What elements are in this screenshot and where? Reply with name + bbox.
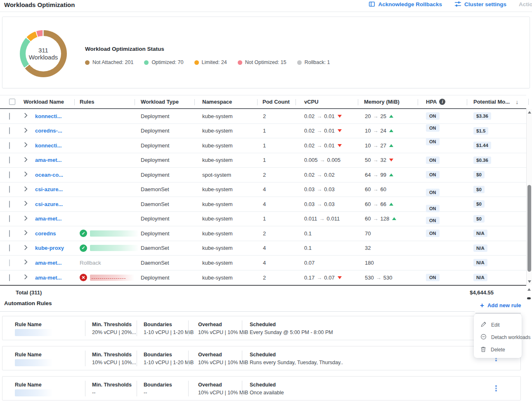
acknowledge-rollbacks-button[interactable]: Acknowledge Rollbacks — [369, 1, 442, 7]
column-pod-count[interactable]: Pod Count — [257, 95, 296, 108]
hpa-cell: ON — [418, 230, 467, 237]
chevron-right-icon[interactable] — [24, 128, 28, 134]
scheduled-field: ScheduledOnce available — [242, 377, 520, 400]
chevron-right-icon[interactable] — [24, 186, 28, 193]
menu-item-edit[interactable]: Edit — [480, 319, 500, 331]
select-all-checkbox[interactable] — [9, 99, 15, 105]
row-checkbox[interactable] — [9, 113, 10, 120]
actions-button[interactable]: Action — [519, 1, 532, 7]
add-new-rule-button[interactable]: + Add new rule — [480, 302, 521, 309]
chevron-right-icon[interactable] — [24, 216, 28, 222]
metric-arrow-icon: → — [314, 275, 324, 281]
min-thresholds-field-label: Min. Thresholds — [92, 352, 137, 358]
row-checkbox[interactable] — [9, 230, 10, 237]
workload-name-link[interactable]: csi-azure... — [31, 201, 74, 207]
min-thresholds-field: Min. Thresholds20% vCPU | 20%... — [85, 316, 137, 340]
workload-name-link[interactable]: ama-met... — [31, 216, 74, 222]
menu-item-detach-workloads[interactable]: Detach workloads — [480, 331, 530, 344]
metric-arrow-icon: → — [371, 157, 380, 163]
column-workload-name[interactable]: Workload Name — [19, 95, 74, 108]
cluster-settings-button[interactable]: Cluster settings — [454, 1, 506, 7]
table-scrollbar[interactable] — [526, 109, 532, 285]
workload-type-cell: Deployment — [135, 230, 194, 237]
page-scrollbar[interactable] — [526, 287, 532, 301]
trend-up-icon — [389, 173, 393, 176]
min-thresholds-field-label: Min. Thresholds — [92, 382, 137, 388]
row-checkbox[interactable] — [9, 201, 10, 208]
chevron-right-icon[interactable] — [24, 259, 28, 266]
legend-item-not-optimized: Not Optimized: 15 — [238, 59, 286, 65]
cluster-settings-icon — [454, 1, 461, 7]
workload-name-link[interactable]: ocean-co... — [31, 172, 74, 178]
table-row: konnecti...Deploymentkube-system20.02→0.… — [0, 109, 526, 124]
legend-label: Not Optimized: 15 — [245, 59, 286, 65]
row-checkbox[interactable] — [9, 127, 10, 134]
pod-count-cell: 1 — [257, 128, 296, 134]
workload-name-link[interactable]: ama-met... — [31, 275, 74, 281]
metric-target: 27 — [380, 142, 386, 149]
chevron-right-icon[interactable] — [24, 245, 28, 251]
row-checkbox[interactable] — [9, 171, 10, 178]
vcpu-cell: 0.03→0.03 — [296, 201, 358, 207]
rule-name-redacted — [90, 275, 135, 281]
vcpu-cell: 0.02→0.02 — [296, 172, 358, 178]
trend-down-icon — [389, 159, 393, 161]
page-scroll-up-arrow-icon[interactable] — [527, 288, 531, 291]
chevron-right-icon[interactable] — [24, 201, 28, 207]
column-hpa[interactable]: HPA i — [418, 95, 467, 108]
workload-name-link[interactable]: konnecti... — [31, 142, 74, 149]
chevron-right-icon[interactable] — [24, 142, 28, 149]
row-checkbox[interactable] — [9, 142, 10, 149]
workload-name-link[interactable]: kube-proxy — [31, 245, 74, 251]
min-thresholds-field: Min. Thresholds10% vCPU | 10%... — [85, 346, 137, 370]
workload-name-link[interactable]: coredns — [31, 230, 74, 237]
scroll-down-arrow-icon[interactable] — [528, 280, 531, 283]
status-legend: Not Attached: 201Optimized: 70Limited: 2… — [85, 59, 330, 65]
column-namespace[interactable]: Namespace — [194, 95, 257, 108]
row-expand-cell — [19, 216, 31, 222]
chevron-right-icon[interactable] — [24, 274, 28, 281]
workload-name-link[interactable]: ama-met... — [31, 157, 74, 163]
rule-kebab-menu-icon[interactable] — [493, 384, 499, 393]
potential-savings-cell: N/A — [467, 244, 526, 252]
metric-current: 0.07 — [304, 260, 314, 266]
sort-descending-icon[interactable]: ↓ — [515, 99, 518, 105]
row-checkbox[interactable] — [9, 186, 10, 193]
potential-savings-cell: $0.36 — [467, 156, 526, 164]
rule-cell: ✓ — [74, 244, 135, 252]
row-checkbox[interactable] — [9, 244, 10, 251]
vcpu-cell: 0.02→0.01 — [296, 113, 358, 119]
chevron-right-icon[interactable] — [24, 171, 28, 178]
workload-name-link[interactable]: ama-met... — [31, 260, 74, 266]
scroll-up-arrow-icon[interactable] — [528, 111, 531, 114]
workload-name-link[interactable]: konnecti... — [31, 113, 74, 119]
row-checkbox[interactable] — [9, 156, 10, 164]
workload-type-cell: DaemonSet — [135, 245, 194, 251]
column-memory[interactable]: Memory (MiB) — [358, 95, 418, 108]
rule-cell: ✕ — [74, 274, 135, 281]
row-checkbox[interactable] — [9, 274, 10, 281]
chevron-right-icon[interactable] — [24, 113, 28, 119]
memory-cell: 70 — [358, 230, 418, 237]
column-potential-savings[interactable]: Potential Mo... ↓ — [467, 95, 526, 108]
workload-name-link[interactable]: csi-azure... — [31, 186, 74, 192]
row-checkbox[interactable] — [9, 215, 10, 222]
row-select-cell — [0, 260, 19, 266]
hpa-info-icon[interactable]: i — [439, 99, 445, 105]
hpa-cell: ON — [418, 200, 467, 208]
chevron-right-icon[interactable] — [24, 157, 28, 164]
column-workload-type[interactable]: Workload Type — [135, 95, 194, 108]
column-rules[interactable]: Rules — [74, 95, 135, 108]
metric-arrow-icon: → — [314, 186, 324, 192]
page-scrollbar-thumb[interactable] — [527, 297, 531, 299]
row-select-cell — [0, 113, 19, 119]
workload-name-link[interactable]: coredns-... — [31, 128, 74, 134]
chevron-right-icon[interactable] — [24, 230, 28, 237]
menu-item-delete[interactable]: Delete — [480, 344, 505, 356]
scrollbar-thumb[interactable] — [527, 185, 531, 272]
column-vcpu[interactable]: vCPU — [296, 95, 358, 108]
workload-type-cell: DaemonSet — [135, 201, 194, 207]
header-actions: Acknowledge Rollbacks Cluster settings A… — [369, 1, 532, 7]
row-checkbox[interactable] — [9, 259, 10, 266]
metric-target: 60 — [380, 186, 386, 192]
